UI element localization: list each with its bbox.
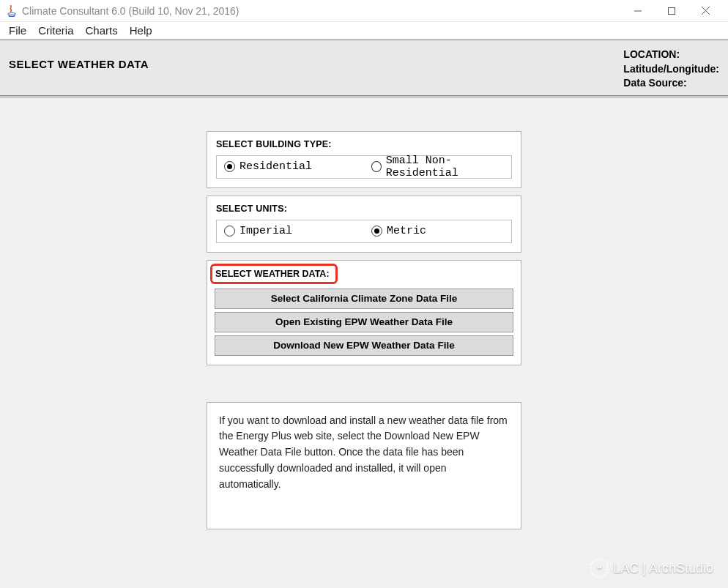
units-panel: SELECT UNITS: Imperial Metric xyxy=(207,196,521,253)
svg-point-1 xyxy=(9,15,15,16)
menu-charts[interactable]: Charts xyxy=(80,23,124,38)
weather-data-label: SELECT WEATHER DATA: xyxy=(210,264,338,284)
units-radio-group: Imperial Metric xyxy=(216,220,512,243)
menu-file[interactable]: File xyxy=(3,23,32,38)
menubar: File Criteria Charts Help xyxy=(0,22,728,40)
watermark: ❝ LAC | ArchStudio xyxy=(590,559,713,578)
location-label: LOCATION: xyxy=(623,48,719,62)
units-label: SELECT UNITS: xyxy=(216,204,512,214)
radio-icon xyxy=(224,161,235,172)
page-title: SELECT WEATHER DATA xyxy=(9,58,149,70)
radio-residential[interactable]: Residential xyxy=(217,156,364,178)
radio-icon xyxy=(371,226,382,237)
radio-label: Small Non-Residential xyxy=(386,155,511,179)
maximize-button[interactable] xyxy=(655,0,688,22)
radio-icon xyxy=(224,226,235,237)
building-type-panel: SELECT BUILDING TYPE: Residential Small … xyxy=(207,131,521,188)
content-area: SELECT BUILDING TYPE: Residential Small … xyxy=(0,97,728,588)
building-type-radio-group: Residential Small Non-Residential xyxy=(216,155,512,179)
window-controls xyxy=(621,0,722,22)
select-california-button[interactable]: Select California Climate Zone Data File xyxy=(215,289,513,309)
minimize-button[interactable] xyxy=(621,0,655,22)
radio-label: Imperial xyxy=(239,225,292,237)
latlon-label: Latitude/Longitude: xyxy=(623,62,719,77)
java-icon xyxy=(6,5,18,17)
info-text: If you want to download and install a ne… xyxy=(219,414,508,490)
menu-help[interactable]: Help xyxy=(124,23,158,38)
header-strip: SELECT WEATHER DATA LOCATION: Latitude/L… xyxy=(0,40,728,97)
info-panel: If you want to download and install a ne… xyxy=(207,402,521,529)
download-new-epw-button[interactable]: Download New EPW Weather Data File xyxy=(215,335,513,356)
datasource-label: Data Source: xyxy=(623,76,719,91)
open-existing-epw-button[interactable]: Open Existing EPW Weather Data File xyxy=(215,312,513,332)
close-button[interactable] xyxy=(688,0,722,22)
radio-small-non-residential[interactable]: Small Non-Residential xyxy=(364,156,511,178)
watermark-text: LAC | ArchStudio xyxy=(613,561,713,576)
window-title: Climate Consultant 6.0 (Build 10, Nov 21… xyxy=(22,5,239,17)
building-type-label: SELECT BUILDING TYPE: xyxy=(216,139,512,149)
location-block: LOCATION: Latitude/Longitude: Data Sourc… xyxy=(623,48,719,91)
wechat-icon: ❝ xyxy=(590,559,609,578)
weather-data-panel: SELECT WEATHER DATA: Select California C… xyxy=(207,260,521,365)
radio-label: Metric xyxy=(387,225,426,237)
menu-criteria[interactable]: Criteria xyxy=(32,23,79,38)
window-titlebar: Climate Consultant 6.0 (Build 10, Nov 21… xyxy=(0,0,728,22)
radio-icon xyxy=(371,161,382,172)
radio-imperial[interactable]: Imperial xyxy=(217,220,364,242)
radio-metric[interactable]: Metric xyxy=(364,220,511,242)
svg-rect-3 xyxy=(669,7,675,14)
radio-label: Residential xyxy=(239,160,312,173)
